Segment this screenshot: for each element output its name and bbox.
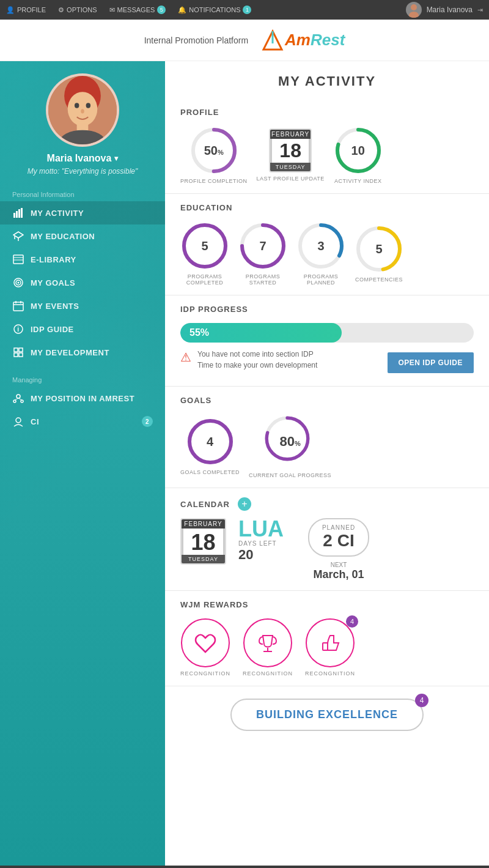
events-icon (12, 300, 24, 312)
edu-started-value: 7 (259, 240, 266, 252)
goals-section-title: GOALS (180, 396, 474, 405)
idp-row: ⚠ You have not come into section IDP Tim… (180, 349, 474, 377)
profile-section: PROFILE 50% PROFILE COMPLETION (165, 98, 489, 194)
last-update-widget: FEBRUARY 18 TUESDAY LAST PROFILE UPDATE (257, 128, 325, 182)
nav-profile[interactable]: 👤 PROFILE (6, 6, 46, 14)
sidebar-item-e-library[interactable]: E-LIBRARY (0, 248, 165, 271)
nav-options[interactable]: ⚙ OPTIONS (58, 6, 97, 14)
reward-trophy-circle[interactable] (243, 618, 292, 667)
planned-info: PLANNED 2 CI NEXT March, 01 (308, 518, 369, 581)
svg-rect-59 (323, 643, 328, 650)
footer: © AmRest Company 2015 rabotavamrest.ru k… (0, 866, 489, 868)
cal-weekday: TUESDAY (182, 555, 225, 563)
profile-completion-widget: 50% PROFILE COMPLETION (180, 126, 248, 184)
svg-rect-15 (21, 208, 23, 218)
goals-progress-widget: 80% CURRENT GOAL PROGRESS (249, 414, 331, 478)
days-left-value: 20 (238, 547, 284, 563)
profile-section-title: PROFILE (180, 108, 474, 117)
guide-icon: i (12, 323, 24, 335)
messages-badge: 5 (157, 6, 166, 14)
nav-notifications[interactable]: 🔔 NOTIFICATIONS 1 (178, 6, 251, 14)
edu-planned-label: PROGRAMSPLANNED (304, 273, 339, 286)
avatar-image (48, 76, 117, 144)
cal-month: FEBRUARY (182, 519, 225, 529)
reward-heart: RECONGNITION (180, 618, 230, 677)
building-excellence-button[interactable]: BUILDING EXCELLENCE (230, 699, 424, 731)
sidebar-item-my-education[interactable]: MY EDUCATION (0, 224, 165, 248)
page-title: MY ACTIVITY (165, 61, 489, 98)
sidebar: Maria Ivanova ▾ My motto: "Everything is… (0, 61, 165, 866)
svg-rect-19 (13, 255, 23, 264)
edu-competencies-label: COMPETENCIES (355, 276, 403, 283)
main-layout: Maria Ivanova ▾ My motto: "Everything is… (0, 61, 489, 866)
avatar (46, 73, 119, 147)
nav-messages[interactable]: ✉ MESSAGES 5 (109, 6, 166, 14)
next-label: NEXT (308, 562, 369, 568)
user-icon: 👤 (6, 6, 15, 14)
warning-icon: ⚠ (180, 350, 191, 365)
svg-rect-32 (19, 348, 23, 352)
sidebar-item-my-events[interactable]: MY EVENTS (0, 294, 165, 317)
cal-weekday: TUESDAY (270, 163, 311, 171)
reward-heart-circle[interactable] (181, 618, 230, 667)
lua-info: LUA DAYS LEFT 20 (238, 518, 284, 563)
next-date: March, 01 (308, 568, 369, 581)
svg-point-8 (86, 103, 90, 108)
svg-point-1 (409, 12, 419, 18)
svg-rect-14 (18, 209, 20, 218)
idp-section: IDP PROGRESS 55% ⚠ You have not come int… (165, 295, 489, 387)
calendar-section: CALENDAR + FEBRUARY 18 TUESDAY LUA DAYS … (165, 488, 489, 591)
open-idp-guide-button[interactable]: OPEN IDP GUIDE (388, 352, 474, 373)
nav-profile-label: PROFILE (17, 6, 46, 13)
nav-notifications-label: NOTIFICATIONS (189, 6, 240, 13)
sidebar-item-my-goals[interactable]: MY GOALS (0, 271, 165, 294)
edu-completed-value: 5 (201, 240, 208, 252)
svg-point-24 (18, 282, 20, 284)
envelope-icon: ✉ (109, 6, 115, 14)
bell-icon: 🔔 (178, 6, 186, 14)
sidebar-item-label: MY GOALS (31, 278, 75, 287)
thumbup-badge: 4 (346, 615, 358, 628)
logo: AmRest (260, 28, 345, 53)
education-circles-row: 5 PROGRAMSCOMPLETED 7 PROGRAMSSTARTED (180, 221, 474, 286)
sidebar-item-my-activity[interactable]: MY ACTIVITY (0, 201, 165, 224)
idp-text: You have not come into section IDP Time … (197, 349, 317, 371)
completion-circle: 50% (189, 126, 238, 175)
edu-planned-value: 3 (317, 240, 324, 252)
svg-text:i: i (17, 326, 19, 333)
activity-label: ACTIVITY INDEX (334, 178, 381, 184)
profile-circles-row: 50% PROFILE COMPLETION FEBRUARY 18 TUESD… (180, 126, 474, 184)
logo-icon (260, 28, 285, 53)
last-update-label: LAST PROFILE UPDATE (257, 176, 325, 182)
edu-planned-widget: 3 PROGRAMSPLANNED (296, 221, 345, 286)
sidebar-item-position[interactable]: MY POSITION IN AMREST (0, 387, 165, 410)
svg-point-37 (21, 400, 23, 402)
svg-point-6 (68, 92, 98, 126)
svg-point-9 (81, 109, 84, 113)
goals-progress-label: CURRENT GOAL PROGRESS (249, 472, 331, 478)
edu-completed-label: PROGRAMSCOMPLETED (186, 273, 224, 286)
add-calendar-button[interactable]: + (238, 497, 251, 511)
goals-section: GOALS 4 GOALS COMPLETED (165, 387, 489, 488)
rewards-section: WJM REWARDS RECONGNITION (165, 591, 489, 686)
logo-text: AmRest (285, 31, 345, 50)
education-section-title: EDUCATION (180, 203, 474, 212)
goals-progress-value: 80% (279, 435, 300, 448)
logout-icon[interactable]: ⇥ (477, 6, 483, 14)
idp-progress-bar: 55% (180, 323, 474, 343)
top-nav: 👤 PROFILE ⚙ OPTIONS ✉ MESSAGES 5 🔔 NOTIF… (0, 0, 489, 20)
planned-num: 2 CI (319, 531, 358, 551)
chevron-down-icon[interactable]: ▾ (114, 154, 118, 163)
sidebar-item-label: MY DEVELOPMENT (31, 348, 109, 357)
reward-heart-label: RECONGNITION (180, 670, 230, 677)
event-name: LUA (238, 518, 284, 540)
sidebar-item-label: E-LIBRARY (31, 255, 76, 264)
sidebar-item-idp-guide[interactable]: i IDP GUIDE (0, 317, 165, 341)
sidebar-item-label: MY EVENTS (31, 302, 79, 311)
spacer (165, 743, 489, 866)
sidebar-item-my-development[interactable]: MY DEVELOPMENT (0, 341, 165, 364)
reward-trophy: RECONGNITION (243, 618, 293, 677)
calendar-section-title: CALENDAR (180, 500, 230, 509)
svg-point-0 (411, 4, 417, 10)
sidebar-item-ci[interactable]: CI 2 (0, 410, 165, 433)
